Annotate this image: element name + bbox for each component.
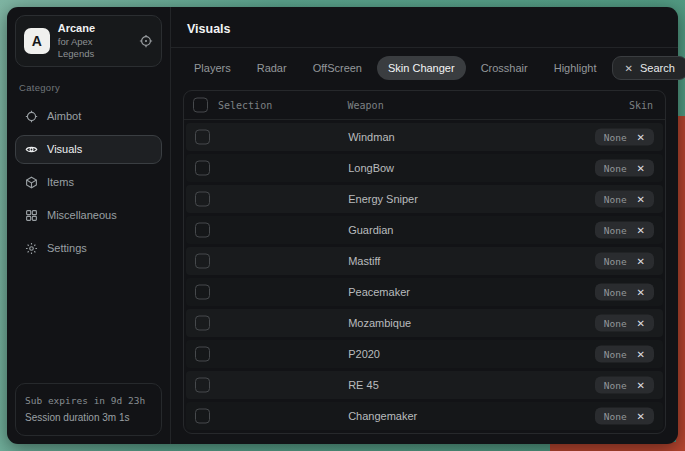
row-checkbox[interactable] bbox=[195, 285, 210, 300]
tab-crosshair[interactable]: Crosshair bbox=[470, 56, 539, 80]
clear-skin-icon[interactable]: ✕ bbox=[637, 256, 645, 266]
table-row: LongBow None ✕ bbox=[186, 154, 663, 182]
cube-icon bbox=[25, 176, 38, 189]
table-row: Guardian None ✕ bbox=[186, 216, 663, 244]
main-panel: Visuals Players Radar OffScreen Skin Cha… bbox=[171, 7, 678, 444]
table-row: Mastiff None ✕ bbox=[186, 247, 663, 275]
sidebar-item-settings[interactable]: Settings bbox=[15, 234, 162, 263]
skin-value: None bbox=[604, 349, 627, 360]
sidebar-item-items[interactable]: Items bbox=[15, 168, 162, 197]
skin-select-badge[interactable]: None ✕ bbox=[595, 253, 654, 270]
weapon-name: Mozambique bbox=[348, 317, 411, 329]
select-all-checkbox[interactable] bbox=[193, 98, 208, 113]
main-titlebar: Visuals bbox=[171, 7, 678, 48]
skin-table: Selection Weapon Skin Windman None ✕ Lon… bbox=[183, 90, 666, 434]
table-row: Changemaker None ✕ bbox=[186, 402, 663, 430]
clear-skin-icon[interactable]: ✕ bbox=[637, 194, 645, 204]
app-window: A Arcane for Apex Legends Category Aimbo… bbox=[7, 7, 678, 444]
search-button[interactable]: ✕ Search bbox=[612, 56, 685, 80]
table-row: Peacemaker None ✕ bbox=[186, 278, 663, 306]
weapon-name: Guardian bbox=[348, 224, 393, 236]
skin-select-badge[interactable]: None ✕ bbox=[595, 191, 654, 208]
skin-value: None bbox=[604, 318, 627, 329]
weapon-name: P2020 bbox=[348, 348, 380, 360]
row-checkbox[interactable] bbox=[195, 161, 210, 176]
clear-skin-icon[interactable]: ✕ bbox=[637, 225, 645, 235]
crosshair-target-icon[interactable] bbox=[139, 34, 153, 48]
skin-value: None bbox=[604, 132, 627, 143]
row-checkbox[interactable] bbox=[195, 130, 210, 145]
tabs-bar: Players Radar OffScreen Skin Changer Cro… bbox=[171, 48, 678, 86]
tab-radar[interactable]: Radar bbox=[246, 56, 298, 80]
tab-skin-changer[interactable]: Skin Changer bbox=[377, 56, 466, 80]
category-label: Category bbox=[19, 82, 158, 93]
sidebar-item-label: Aimbot bbox=[47, 110, 81, 122]
skin-select-badge[interactable]: None ✕ bbox=[595, 377, 654, 394]
skin-value: None bbox=[604, 194, 627, 205]
weapon-name: LongBow bbox=[348, 162, 394, 174]
sidebar-item-label: Miscellaneous bbox=[47, 209, 117, 221]
clear-skin-icon[interactable]: ✕ bbox=[637, 132, 645, 142]
skin-select-badge[interactable]: None ✕ bbox=[595, 346, 654, 363]
row-checkbox[interactable] bbox=[195, 192, 210, 207]
skin-value: None bbox=[604, 256, 627, 267]
skin-value: None bbox=[604, 163, 627, 174]
selection-column-header: Selection bbox=[218, 100, 272, 111]
weapon-name: Mastiff bbox=[348, 255, 380, 267]
search-button-label: Search bbox=[640, 62, 675, 74]
sidebar: A Arcane for Apex Legends Category Aimbo… bbox=[7, 7, 171, 444]
search-button-icon: ✕ bbox=[625, 63, 633, 74]
row-checkbox[interactable] bbox=[195, 223, 210, 238]
app-name: Arcane bbox=[58, 22, 131, 36]
skin-value: None bbox=[604, 225, 627, 236]
skin-select-badge[interactable]: None ✕ bbox=[595, 408, 654, 425]
weapon-name: Changemaker bbox=[348, 410, 417, 422]
subscription-info-card: Sub expires in 9d 23h Session duration 3… bbox=[15, 383, 162, 436]
sidebar-item-aimbot[interactable]: Aimbot bbox=[15, 102, 162, 131]
row-checkbox[interactable] bbox=[195, 347, 210, 362]
table-header: Selection Weapon Skin bbox=[184, 91, 665, 120]
table-row: RE 45 None ✕ bbox=[186, 371, 663, 399]
sidebar-item-visuals[interactable]: Visuals bbox=[15, 135, 162, 164]
sidebar-item-label: Visuals bbox=[47, 143, 82, 155]
skin-select-badge[interactable]: None ✕ bbox=[595, 284, 654, 301]
sidebar-item-label: Settings bbox=[47, 242, 87, 254]
app-header-card: A Arcane for Apex Legends bbox=[15, 15, 162, 67]
weapon-name: RE 45 bbox=[348, 379, 379, 391]
page-title: Visuals bbox=[187, 22, 231, 36]
clear-skin-icon[interactable]: ✕ bbox=[637, 380, 645, 390]
table-row: Energy Sniper None ✕ bbox=[186, 185, 663, 213]
skin-column-header: Skin bbox=[629, 100, 653, 111]
clear-skin-icon[interactable]: ✕ bbox=[637, 163, 645, 173]
table-row: P2020 None ✕ bbox=[186, 340, 663, 368]
weapon-name: Peacemaker bbox=[348, 286, 410, 298]
sidebar-item-label: Items bbox=[47, 176, 74, 188]
clear-skin-icon[interactable]: ✕ bbox=[637, 318, 645, 328]
skin-select-badge[interactable]: None ✕ bbox=[595, 222, 654, 239]
tab-players[interactable]: Players bbox=[183, 56, 242, 80]
sidebar-item-miscellaneous[interactable]: Miscellaneous bbox=[15, 201, 162, 230]
tab-offscreen[interactable]: OffScreen bbox=[302, 56, 373, 80]
skin-value: None bbox=[604, 411, 627, 422]
weapon-column-header: Weapon bbox=[348, 100, 384, 111]
skin-select-badge[interactable]: None ✕ bbox=[595, 315, 654, 332]
crosshair-icon bbox=[25, 110, 38, 123]
clear-skin-icon[interactable]: ✕ bbox=[637, 349, 645, 359]
row-checkbox[interactable] bbox=[195, 409, 210, 424]
weapon-name: Windman bbox=[348, 131, 394, 143]
clear-skin-icon[interactable]: ✕ bbox=[637, 287, 645, 297]
eye-icon bbox=[25, 143, 38, 156]
session-duration-text: Session duration 3m 1s bbox=[25, 409, 152, 427]
clear-skin-icon[interactable]: ✕ bbox=[637, 411, 645, 421]
app-subtitle: for Apex Legends bbox=[58, 36, 131, 60]
row-checkbox[interactable] bbox=[195, 254, 210, 269]
tab-highlight[interactable]: Highlight bbox=[543, 56, 608, 80]
skin-select-badge[interactable]: None ✕ bbox=[595, 160, 654, 177]
table-rows: Windman None ✕ LongBow None ✕ bbox=[184, 120, 665, 433]
skin-value: None bbox=[604, 287, 627, 298]
layout-grid-icon bbox=[25, 209, 38, 222]
skin-select-badge[interactable]: None ✕ bbox=[595, 129, 654, 146]
row-checkbox[interactable] bbox=[195, 378, 210, 393]
gear-icon bbox=[25, 242, 38, 255]
row-checkbox[interactable] bbox=[195, 316, 210, 331]
